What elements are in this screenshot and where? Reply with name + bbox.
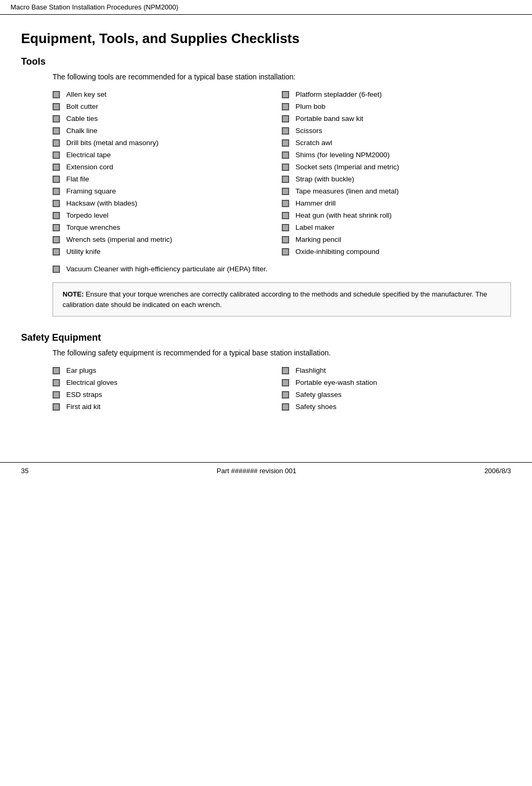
safety-list-item: Flashlight — [282, 366, 511, 374]
safety-checklist-container: Ear plugsElectrical glovesESD strapsFirs… — [53, 366, 511, 415]
tools-section: Tools The following tools are recommende… — [21, 56, 511, 317]
checkbox-icon — [53, 212, 60, 219]
tools-list-item: Extension cord — [53, 163, 282, 171]
item-label: Portable band saw kit — [295, 115, 363, 123]
tools-list-item: Utility knife — [53, 248, 282, 256]
tools-list-item: Portable band saw kit — [282, 115, 511, 123]
item-label: ESD straps — [66, 391, 102, 399]
checkbox-icon — [282, 115, 289, 123]
checkbox-icon — [282, 212, 289, 219]
tools-intro: The following tools are recommended for … — [53, 73, 511, 81]
page-title: Equipment, Tools, and Supplies Checklist… — [21, 30, 511, 47]
tools-list-item: Flat file — [53, 175, 282, 183]
page-footer: 35 Part ####### revision 001 2006/8/3 — [0, 462, 532, 479]
item-label: Tape measures (linen and metal) — [295, 187, 399, 195]
item-label: Torpedo level — [66, 211, 108, 219]
page-header: Macro Base Station Installation Procedur… — [0, 0, 532, 15]
safety-list-item: First aid kit — [53, 403, 282, 411]
footer-page-number: 35 — [21, 467, 28, 475]
checkbox-icon — [282, 391, 289, 399]
checkbox-icon — [282, 164, 289, 171]
item-label: Electrical tape — [66, 151, 111, 159]
item-label: Framing square — [66, 187, 116, 195]
item-label: Flat file — [66, 175, 89, 183]
checkbox-icon — [282, 176, 289, 183]
checkbox-icon — [53, 103, 60, 110]
checkbox-icon — [53, 367, 60, 374]
item-label: Scissors — [295, 127, 322, 135]
item-label: Utility knife — [66, 248, 100, 256]
safety-list-item: Electrical gloves — [53, 379, 282, 386]
item-label: First aid kit — [66, 403, 100, 411]
tools-list-item: Cable ties — [53, 115, 282, 123]
checkbox-icon — [53, 379, 60, 386]
checkbox-icon — [53, 403, 60, 411]
footer-year: 2006/8/3 — [484, 467, 511, 475]
tools-right-column: Platform stepladder (6-feet)Plum bobPort… — [282, 90, 511, 260]
checkbox-icon — [53, 391, 60, 399]
item-label: Platform stepladder (6-feet) — [295, 90, 382, 98]
note-label: NOTE: — [63, 290, 84, 298]
checkbox-icon — [53, 164, 60, 171]
safety-section: Safety Equipment The following safety eq… — [21, 332, 511, 415]
tools-list-item: Bolt cutter — [53, 103, 282, 110]
checkbox-icon — [53, 266, 60, 273]
item-label: Strap (with buckle) — [295, 175, 354, 183]
checkbox-icon — [282, 91, 289, 98]
item-label: Heat gun (with heat shrink roll) — [295, 211, 392, 219]
tools-list-item: Socket sets (Imperial and metric) — [282, 163, 511, 171]
tools-list-item: Torque wrenches — [53, 223, 282, 231]
tools-list-item: Platform stepladder (6-feet) — [282, 90, 511, 98]
item-label: Scratch awl — [295, 139, 332, 147]
item-label: Extension cord — [66, 163, 113, 171]
tools-list-item: Hammer drill — [282, 199, 511, 207]
page-content: Equipment, Tools, and Supplies Checklist… — [0, 15, 532, 441]
checkbox-icon — [282, 139, 289, 147]
tools-list-item: Marking pencil — [282, 236, 511, 243]
checkbox-icon — [53, 115, 60, 123]
tools-list-item: Hacksaw (with blades) — [53, 199, 282, 207]
checkbox-icon — [53, 200, 60, 207]
tools-list-item: Wrench sets (imperial and metric) — [53, 236, 282, 243]
tools-list-item: Drill bits (metal and masonry) — [53, 139, 282, 147]
item-label: Marking pencil — [295, 236, 341, 243]
tools-list-item: Framing square — [53, 187, 282, 195]
tools-list-item: Shims (for leveling NPM2000) — [282, 151, 511, 159]
item-label: Socket sets (Imperial and metric) — [295, 163, 399, 171]
tools-list-item: Scissors — [282, 127, 511, 135]
tools-list-item: Oxide-inhibiting compound — [282, 248, 511, 256]
checkbox-icon — [53, 176, 60, 183]
item-label: Drill bits (metal and masonry) — [66, 139, 159, 147]
item-label: Label maker — [295, 223, 334, 231]
checkbox-icon — [53, 139, 60, 147]
item-label: Plum bob — [295, 103, 325, 110]
checkbox-icon — [53, 151, 60, 159]
safety-list-item: Portable eye-wash station — [282, 379, 511, 386]
item-label: Safety shoes — [295, 403, 336, 411]
tools-list-item: Torpedo level — [53, 211, 282, 219]
checkbox-icon — [282, 379, 289, 386]
item-label: Safety glasses — [295, 391, 342, 399]
safety-list-item: Ear plugs — [53, 366, 282, 374]
checkbox-icon — [282, 367, 289, 374]
checkbox-icon — [282, 151, 289, 159]
header-title: Macro Base Station Installation Procedur… — [11, 3, 178, 11]
item-label: Ear plugs — [66, 366, 96, 374]
checkbox-icon — [282, 103, 289, 110]
item-label: Cable ties — [66, 115, 98, 123]
tools-list-item: Strap (with buckle) — [282, 175, 511, 183]
safety-section-title: Safety Equipment — [21, 332, 511, 343]
item-label: Hacksaw (with blades) — [66, 199, 137, 207]
checkbox-icon — [53, 188, 60, 195]
tools-list-item: Plum bob — [282, 103, 511, 110]
safety-intro: The following safety equipment is recomm… — [53, 349, 511, 357]
checkbox-icon — [53, 91, 60, 98]
checkbox-icon — [53, 127, 60, 135]
checkbox-icon — [53, 236, 60, 243]
checkbox-icon — [282, 127, 289, 135]
tools-full-width-item: Vacuum Cleaner with high-efficiency part… — [53, 265, 511, 273]
checkbox-icon — [282, 200, 289, 207]
item-label: Allen key set — [66, 90, 107, 98]
tools-list-item: Heat gun (with heat shrink roll) — [282, 211, 511, 219]
item-label: Electrical gloves — [66, 379, 118, 386]
